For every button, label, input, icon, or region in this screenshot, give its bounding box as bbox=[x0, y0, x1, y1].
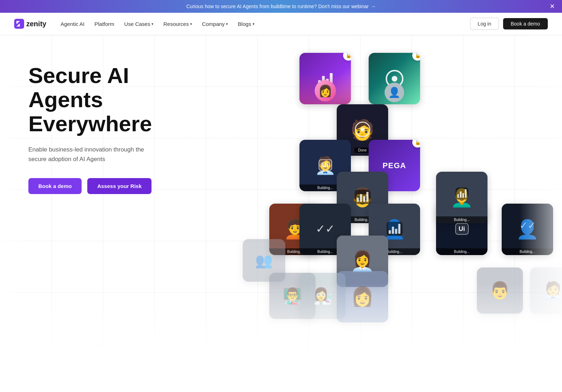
hero-headline: Secure AI Agents Everywhere bbox=[28, 64, 177, 136]
nav-demo-button[interactable]: Book a demo bbox=[503, 18, 548, 29]
nav-item-company[interactable]: Company ▾ bbox=[202, 21, 228, 27]
login-button[interactable]: Log in bbox=[470, 18, 498, 30]
nav-item-agentic-ai[interactable]: Agentic AI bbox=[61, 21, 85, 27]
logo[interactable]: zenity bbox=[14, 19, 46, 29]
logo-text: zenity bbox=[26, 20, 46, 28]
nav-item-blogs[interactable]: Blogs ▾ bbox=[238, 21, 254, 27]
card-analytics-mid-right: 👨‍🦲 Building... bbox=[436, 172, 487, 223]
chart-overlay-mr bbox=[456, 187, 468, 199]
building-label-mr: Building... bbox=[436, 216, 487, 223]
announcement-close-button[interactable]: ✕ bbox=[550, 2, 555, 10]
doublecheck-icon: ✓✓ bbox=[316, 222, 335, 236]
uipath-icon-2: Ui bbox=[455, 223, 469, 234]
lock-badge-5: 🔒 bbox=[412, 140, 420, 148]
announcement-bar: Curious how to secure AI Agents from bui… bbox=[0, 0, 562, 13]
chart-overlay-6 bbox=[354, 190, 370, 204]
use-cases-chevron-icon: ▾ bbox=[151, 22, 153, 26]
nav-item-use-cases[interactable]: Use Cases ▾ bbox=[124, 21, 153, 27]
fade-overlay-right bbox=[519, 35, 562, 354]
hero-section: Secure AI Agents Everywhere Enable busin… bbox=[0, 35, 177, 215]
nav-links: Agentic AI Platform Use Cases ▾ Resource… bbox=[61, 21, 470, 27]
card-person-overlay-2: 👤 bbox=[369, 76, 420, 104]
lock-badge-2: 🔒 bbox=[412, 53, 420, 61]
card-teal-dark: 🔒 👤 bbox=[369, 53, 420, 104]
nav-item-resources[interactable]: Resources ▾ bbox=[163, 21, 192, 27]
company-chevron-icon: ▾ bbox=[226, 22, 228, 26]
uipath-icon-overlay: Ui bbox=[319, 159, 332, 171]
main-content: Secure AI Agents Everywhere Enable busin… bbox=[0, 35, 562, 354]
hero-subtext: Enable business-led innovation through t… bbox=[28, 145, 163, 164]
building-label-10: Building... bbox=[436, 248, 487, 255]
lock-badge-1: 🔒 bbox=[343, 53, 351, 61]
chart-overlay-8 bbox=[386, 222, 402, 236]
pega-icon: PEGA bbox=[382, 161, 406, 170]
nav-item-platform[interactable]: Platform bbox=[94, 21, 114, 27]
hero-buttons: Book a demo Assess your Risk bbox=[28, 178, 177, 194]
announcement-text: Curious how to secure AI Agents from bui… bbox=[186, 4, 369, 9]
announcement-arrow: → bbox=[371, 4, 376, 9]
zenity-logo-icon bbox=[14, 19, 24, 29]
navigation: zenity Agentic AI Platform Use Cases ▾ R… bbox=[0, 13, 562, 35]
resources-chevron-icon: ▾ bbox=[190, 22, 192, 26]
cam-icon-overlay bbox=[355, 121, 370, 137]
blogs-chevron-icon: ▾ bbox=[253, 22, 254, 26]
assess-risk-button[interactable]: Assess your Risk bbox=[87, 178, 151, 194]
card-person-overlay-1: 👩 bbox=[299, 73, 351, 104]
nav-ctas: Log in Book a demo bbox=[470, 18, 548, 30]
book-demo-button[interactable]: Book a demo bbox=[28, 178, 82, 194]
fade-overlay-bottom bbox=[0, 283, 562, 354]
card-analytics-purple: 🔒 👩 bbox=[299, 53, 351, 104]
